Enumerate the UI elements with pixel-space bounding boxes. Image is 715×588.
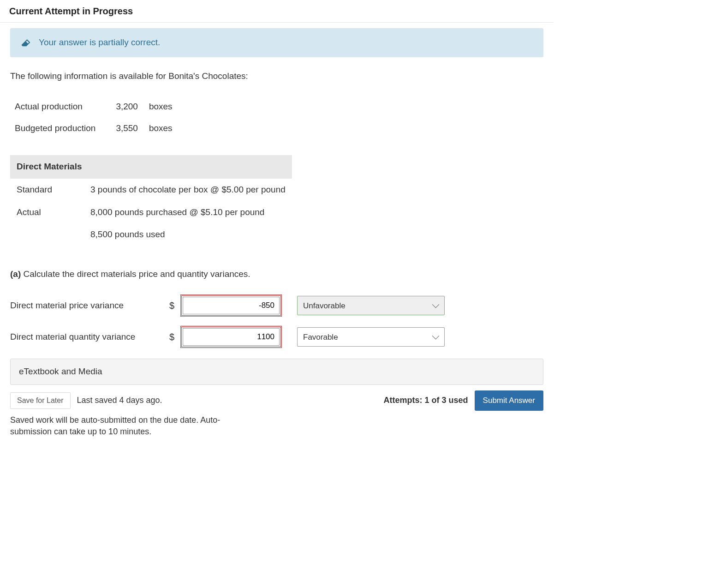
eraser-icon [20,37,30,48]
problem-intro: The following information is available f… [10,70,543,83]
variance-amount-input[interactable] [183,328,280,346]
auto-submit-note: Saved work will be auto-submitted on the… [10,414,259,438]
answer-label: Direct material price variance [10,300,158,312]
table-row: Actual production3,200boxes [10,96,179,118]
row-unit: boxes [144,96,179,118]
answer-label: Direct material quantity variance [10,331,158,343]
attempts-text: Attempts: 1 of 3 used [384,395,468,406]
row-label: Actual [10,201,84,224]
table-row: 8,500 pounds used [10,223,292,246]
row-text: 8,500 pounds used [84,223,292,246]
variance-amount-input[interactable] [183,297,280,314]
row-text: 3 pounds of chocolate per box @ $5.00 pe… [84,179,292,201]
row-value: 3,550 [102,118,144,139]
row-label: Actual production [10,96,102,118]
materials-heading: Direct Materials [10,155,292,179]
row-unit: boxes [144,118,179,139]
last-saved-text: Last saved 4 days ago. [77,395,162,406]
row-label [10,223,84,246]
part-prompt: (a) Calculate the direct materials price… [10,268,543,281]
part-text: Calculate the direct materials price and… [24,269,250,279]
table-row: Budgeted production3,550boxes [10,118,179,139]
row-label: Standard [10,179,84,201]
save-for-later-button[interactable]: Save for Later [10,392,71,409]
feedback-message: Your answer is partially correct. [39,36,160,49]
production-table: Actual production3,200boxesBudgeted prod… [10,96,179,139]
currency-symbol: $ [166,299,174,312]
row-text: 8,000 pounds purchased @ $5.10 per pound [84,201,292,224]
currency-symbol: $ [166,330,174,343]
table-row: Actual8,000 pounds purchased @ $5.10 per… [10,201,292,224]
table-row: Standard3 pounds of chocolate per box @ … [10,179,292,201]
submit-answer-button[interactable]: Submit Answer [475,390,543,411]
feedback-banner: Your answer is partially correct. [10,28,543,57]
variance-direction-select[interactable]: FavorableUnfavorableNeither favorable no… [297,296,445,315]
part-letter: (a) [10,269,21,279]
answer-row: Direct material price variance$Favorable… [10,296,543,315]
answer-row: Direct material quantity variance$Favora… [10,327,543,347]
row-label: Budgeted production [10,118,102,139]
row-value: 3,200 [102,96,144,118]
variance-direction-select[interactable]: FavorableUnfavorableNeither favorable no… [297,327,445,347]
etextbook-media-button[interactable]: eTextbook and Media [10,359,543,385]
materials-table: Direct Materials Standard3 pounds of cho… [10,155,292,246]
section-title: Current Attempt in Progress [0,0,554,23]
